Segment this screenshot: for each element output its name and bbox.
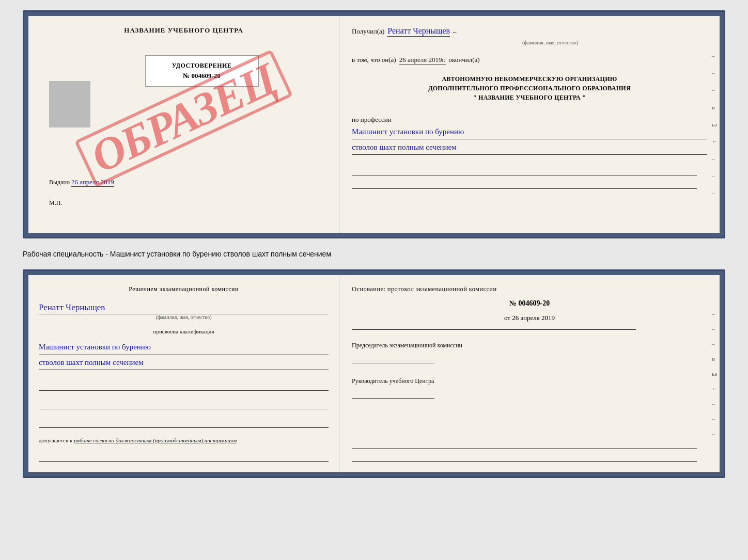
rukovoditel-sig-line [352,390,434,399]
top-doc-left: НАЗВАНИЕ УЧЕБНОГО ЦЕНТРА УДОСТОВЕРЕНИЕ №… [28,16,339,233]
vtom-row: в том, что он(а) 26 апреля 2019г. окончи… [352,56,707,65]
dopuskaetsya-label: допускается к [39,437,72,443]
mp-text: М.П. [49,199,62,206]
block-line3: " НАЗВАНИЕ УЧЕБНОГО ЦЕНТРА " [352,93,707,102]
bl-underline-1 [39,381,329,391]
poluchil-name: Ренатт Черныщев [387,26,450,37]
okonchil-label: окончил(а) [449,56,480,64]
kvali-line1: Машинист установки по бурению [39,340,329,355]
vtom-label: в том, что он(а) [352,56,396,64]
bottom-doc-left: Решением экзаменационной комиссии Ренатт… [28,275,339,472]
dopusk-text: работе согласно должностным (производств… [74,437,237,443]
predsedatel-block: Председатель экзаменационной комиссии [352,341,707,363]
prisvoena-label: присвоена квалификация [39,328,329,334]
kvali-line2: стволов шахт полным сечением [39,355,329,371]
profession-line2: стволов шахт полным сечением [352,140,707,155]
dopuskaetsya-block: допускается к работе согласно должностны… [39,437,329,443]
separator-text: Рабочая специальность - Машинист установ… [23,247,725,261]
protocol-date: 26 апреля 2019 [512,314,555,322]
profession-line1: Машинист установки по бурению [352,125,707,139]
right-side-chars: – – – и ьа ← – – – [712,47,718,202]
protocol-date-row: от 26 апреля 2019 [352,314,707,322]
poluchil-label: Получил(а) [352,27,384,36]
fio-subtext-top: (фамилия, имя, отчество) [393,40,707,45]
stamp-area: УДОСТОВЕРЕНИЕ № 004609-20 ОБРАЗЕЦ Выдано… [39,40,329,222]
resheniem-label: Решением экзаменационной комиссии [39,285,329,293]
top-document: НАЗВАНИЕ УЧЕБНОГО ЦЕНТРА УДОСТОВЕРЕНИЕ №… [23,10,725,238]
bl-underline-2 [39,400,329,409]
rukovoditel-block: Руководитель учебного Центра [352,377,707,399]
vtom-date: 26 апреля 2019г. [399,56,446,65]
underline-2 [352,180,697,189]
rukovoditel-label: Руководитель учебного Центра [352,377,707,386]
bottom-fio-subtext: (фамилия, имя, отчество) [39,314,329,320]
bottom-right-lines [352,439,707,462]
obrazec-text: ОБРАЗЕЦ [74,49,293,187]
date-underline [352,329,636,330]
osnovanie-label: Основание: протокол экзаменационной коми… [352,285,707,293]
predsedatel-sig-line [352,354,434,363]
block-line1: АВТОНОМНУЮ НЕКОММЕРЧЕСКУЮ ОРГАНИЗАЦИЮ [352,74,707,84]
predsedatel-label: Председатель экзаменационной комиссии [352,341,707,350]
underline-1 [352,166,697,175]
br-underline-1 [352,439,697,449]
bottom-right-side-chars: – – – и ьа ← – – – [712,306,718,441]
br-underline-2 [352,453,697,462]
kvali-block: Машинист установки по бурению стволов ша… [39,340,329,370]
bottom-name: Ренатт Черныщев [39,302,329,314]
bottom-doc-right: – – – и ьа ← – – – Основание: протокол э… [339,275,720,472]
profession-block: по профессии Машинист установки по бурен… [352,115,707,155]
bl-underline-3 [39,419,329,428]
bottom-underlines [352,166,707,189]
bottom-document: Решением экзаменационной комиссии Ренатт… [23,269,725,478]
protocol-number: № 004609-20 [352,299,707,308]
obrazec-stamp: ОБРАЗЕЦ [49,45,318,191]
block-line2: ДОПОЛНИТЕЛЬНОГО ПРОФЕССИОНАЛЬНОГО ОБРАЗО… [352,84,707,93]
top-left-title: НАЗВАНИЕ УЧЕБНОГО ЦЕНТРА [124,26,243,35]
protocol-date-prefix: от [504,314,510,322]
bottom-name-block: Ренатт Черныщев (фамилия, имя, отчество) [39,300,329,320]
dopusk-underline [39,453,329,462]
poluchil-row: Получил(а) Ренатт Черныщев – [352,26,707,37]
top-doc-right: – – – и ьа ← – – – Получил(а) Ренатт Чер… [339,16,720,233]
po-professii-label: по профессии [352,116,392,123]
mp-line: М.П. [49,199,62,207]
block-center: АВТОНОМНУЮ НЕКОММЕРЧЕСКУЮ ОРГАНИЗАЦИЮ ДО… [352,74,707,102]
bottom-left-lines [39,381,329,428]
